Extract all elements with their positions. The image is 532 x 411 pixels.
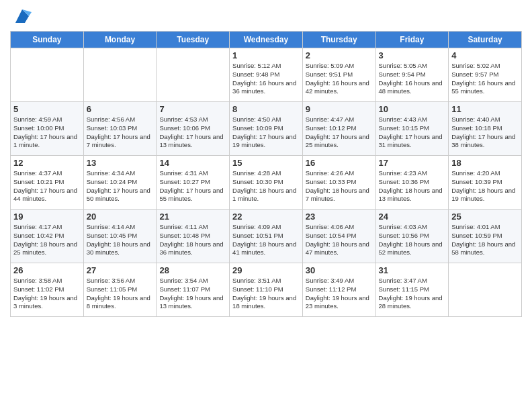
day-info: Sunrise: 4:34 AM Sunset: 10:24 PM Daylig…: [87, 169, 154, 203]
logo: [10, 7, 32, 26]
day-number: 30: [306, 265, 373, 275]
day-number: 6: [87, 104, 154, 114]
day-info: Sunrise: 4:56 AM Sunset: 10:03 PM Daylig…: [87, 116, 154, 150]
calendar-day-30: 30Sunrise: 3:49 AM Sunset: 11:12 PM Dayl…: [302, 263, 375, 317]
day-info: Sunrise: 4:20 AM Sunset: 10:39 PM Daylig…: [451, 169, 519, 203]
day-number: 5: [13, 104, 81, 114]
calendar-week-3: 12Sunrise: 4:37 AM Sunset: 10:21 PM Dayl…: [11, 156, 522, 210]
day-info: Sunrise: 3:56 AM Sunset: 11:05 PM Daylig…: [87, 277, 154, 311]
calendar-week-4: 19Sunrise: 4:17 AM Sunset: 10:42 PM Dayl…: [11, 210, 522, 263]
calendar-day-8: 8Sunrise: 4:50 AM Sunset: 10:09 PM Dayli…: [230, 102, 303, 156]
day-number: 16: [306, 158, 373, 168]
day-number: 9: [306, 104, 373, 114]
day-info: Sunrise: 4:47 AM Sunset: 10:12 PM Daylig…: [306, 116, 373, 150]
calendar-empty-cell: [11, 48, 84, 102]
day-number: 2: [306, 50, 373, 60]
day-info: Sunrise: 4:03 AM Sunset: 10:56 PM Daylig…: [379, 223, 446, 257]
day-number: 23: [306, 212, 373, 222]
day-info: Sunrise: 3:49 AM Sunset: 11:12 PM Daylig…: [306, 277, 373, 311]
calendar-day-7: 7Sunrise: 4:53 AM Sunset: 10:06 PM Dayli…: [157, 102, 230, 156]
calendar-day-3: 3Sunrise: 5:05 AM Sunset: 9:54 PM Daylig…: [375, 48, 449, 102]
day-info: Sunrise: 5:05 AM Sunset: 9:54 PM Dayligh…: [379, 62, 446, 96]
day-info: Sunrise: 4:40 AM Sunset: 10:18 PM Daylig…: [451, 116, 519, 150]
calendar-day-16: 16Sunrise: 4:26 AM Sunset: 10:33 PM Dayl…: [302, 156, 375, 210]
calendar-day-11: 11Sunrise: 4:40 AM Sunset: 10:18 PM Dayl…: [449, 102, 522, 156]
calendar-day-5: 5Sunrise: 4:59 AM Sunset: 10:00 PM Dayli…: [11, 102, 84, 156]
day-number: 25: [451, 212, 519, 222]
day-info: Sunrise: 4:53 AM Sunset: 10:06 PM Daylig…: [159, 116, 226, 150]
day-info: Sunrise: 4:11 AM Sunset: 10:48 PM Daylig…: [159, 223, 226, 257]
day-info: Sunrise: 4:01 AM Sunset: 10:59 PM Daylig…: [451, 223, 519, 257]
day-info: Sunrise: 4:17 AM Sunset: 10:42 PM Daylig…: [13, 223, 81, 257]
calendar-day-15: 15Sunrise: 4:28 AM Sunset: 10:30 PM Dayl…: [230, 156, 303, 210]
calendar-day-19: 19Sunrise: 4:17 AM Sunset: 10:42 PM Dayl…: [11, 210, 84, 263]
day-number: 28: [159, 265, 226, 275]
calendar-day-28: 28Sunrise: 3:54 AM Sunset: 11:07 PM Dayl…: [157, 263, 230, 317]
page: SundayMondayTuesdayWednesdayThursdayFrid…: [0, 0, 532, 411]
day-number: 14: [159, 158, 226, 168]
calendar-day-9: 9Sunrise: 4:47 AM Sunset: 10:12 PM Dayli…: [302, 102, 375, 156]
calendar-day-18: 18Sunrise: 4:20 AM Sunset: 10:39 PM Dayl…: [449, 156, 522, 210]
calendar-day-29: 29Sunrise: 3:51 AM Sunset: 11:10 PM Dayl…: [230, 263, 303, 317]
day-info: Sunrise: 3:51 AM Sunset: 11:10 PM Daylig…: [232, 277, 300, 311]
day-number: 7: [159, 104, 226, 114]
calendar-day-25: 25Sunrise: 4:01 AM Sunset: 10:59 PM Dayl…: [449, 210, 522, 263]
day-number: 1: [232, 50, 300, 60]
logo-icon: [13, 7, 32, 26]
day-info: Sunrise: 4:50 AM Sunset: 10:09 PM Daylig…: [232, 116, 300, 150]
day-info: Sunrise: 5:02 AM Sunset: 9:57 PM Dayligh…: [451, 62, 519, 96]
calendar-day-10: 10Sunrise: 4:43 AM Sunset: 10:15 PM Dayl…: [375, 102, 449, 156]
day-number: 8: [232, 104, 300, 114]
day-number: 21: [159, 212, 226, 222]
calendar-week-1: 1Sunrise: 5:12 AM Sunset: 9:48 PM Daylig…: [11, 48, 522, 102]
day-number: 15: [232, 158, 300, 168]
col-header-saturday: Saturday: [449, 32, 522, 48]
day-info: Sunrise: 3:58 AM Sunset: 11:02 PM Daylig…: [13, 277, 81, 311]
day-number: 10: [379, 104, 446, 114]
calendar-header-row: SundayMondayTuesdayWednesdayThursdayFrid…: [11, 32, 522, 48]
calendar-day-14: 14Sunrise: 4:31 AM Sunset: 10:27 PM Dayl…: [157, 156, 230, 210]
calendar-day-21: 21Sunrise: 4:11 AM Sunset: 10:48 PM Dayl…: [157, 210, 230, 263]
calendar-day-17: 17Sunrise: 4:23 AM Sunset: 10:36 PM Dayl…: [375, 156, 449, 210]
calendar-day-23: 23Sunrise: 4:06 AM Sunset: 10:54 PM Dayl…: [302, 210, 375, 263]
day-info: Sunrise: 5:12 AM Sunset: 9:48 PM Dayligh…: [232, 62, 300, 96]
day-number: 19: [13, 212, 81, 222]
day-number: 24: [379, 212, 446, 222]
day-info: Sunrise: 4:28 AM Sunset: 10:30 PM Daylig…: [232, 169, 300, 203]
calendar-day-2: 2Sunrise: 5:09 AM Sunset: 9:51 PM Daylig…: [302, 48, 375, 102]
calendar-day-31: 31Sunrise: 3:47 AM Sunset: 11:15 PM Dayl…: [375, 263, 449, 317]
day-info: Sunrise: 4:59 AM Sunset: 10:00 PM Daylig…: [13, 116, 81, 150]
col-header-tuesday: Tuesday: [157, 32, 230, 48]
day-number: 13: [87, 158, 154, 168]
day-number: 20: [87, 212, 154, 222]
col-header-friday: Friday: [375, 32, 449, 48]
day-number: 29: [232, 265, 300, 275]
calendar-empty-cell: [83, 48, 157, 102]
day-info: Sunrise: 4:09 AM Sunset: 10:51 PM Daylig…: [232, 223, 300, 257]
day-info: Sunrise: 4:14 AM Sunset: 10:45 PM Daylig…: [87, 223, 154, 257]
day-number: 3: [379, 50, 446, 60]
calendar-table: SundayMondayTuesdayWednesdayThursdayFrid…: [10, 31, 522, 317]
day-number: 17: [379, 158, 446, 168]
day-info: Sunrise: 5:09 AM Sunset: 9:51 PM Dayligh…: [306, 62, 373, 96]
day-number: 18: [451, 158, 519, 168]
day-info: Sunrise: 4:26 AM Sunset: 10:33 PM Daylig…: [306, 169, 373, 203]
day-info: Sunrise: 3:54 AM Sunset: 11:07 PM Daylig…: [159, 277, 226, 311]
calendar-day-27: 27Sunrise: 3:56 AM Sunset: 11:05 PM Dayl…: [83, 263, 157, 317]
calendar-day-13: 13Sunrise: 4:34 AM Sunset: 10:24 PM Dayl…: [83, 156, 157, 210]
col-header-wednesday: Wednesday: [230, 32, 303, 48]
day-info: Sunrise: 4:31 AM Sunset: 10:27 PM Daylig…: [159, 169, 226, 203]
day-info: Sunrise: 4:06 AM Sunset: 10:54 PM Daylig…: [306, 223, 373, 257]
day-number: 26: [13, 265, 81, 275]
col-header-thursday: Thursday: [302, 32, 375, 48]
calendar-empty-cell: [449, 263, 522, 317]
day-number: 27: [87, 265, 154, 275]
calendar-day-4: 4Sunrise: 5:02 AM Sunset: 9:57 PM Daylig…: [449, 48, 522, 102]
col-header-sunday: Sunday: [11, 32, 84, 48]
calendar-day-24: 24Sunrise: 4:03 AM Sunset: 10:56 PM Dayl…: [375, 210, 449, 263]
calendar-day-20: 20Sunrise: 4:14 AM Sunset: 10:45 PM Dayl…: [83, 210, 157, 263]
day-number: 11: [451, 104, 519, 114]
calendar-week-5: 26Sunrise: 3:58 AM Sunset: 11:02 PM Dayl…: [11, 263, 522, 317]
calendar-day-22: 22Sunrise: 4:09 AM Sunset: 10:51 PM Dayl…: [230, 210, 303, 263]
day-number: 22: [232, 212, 300, 222]
